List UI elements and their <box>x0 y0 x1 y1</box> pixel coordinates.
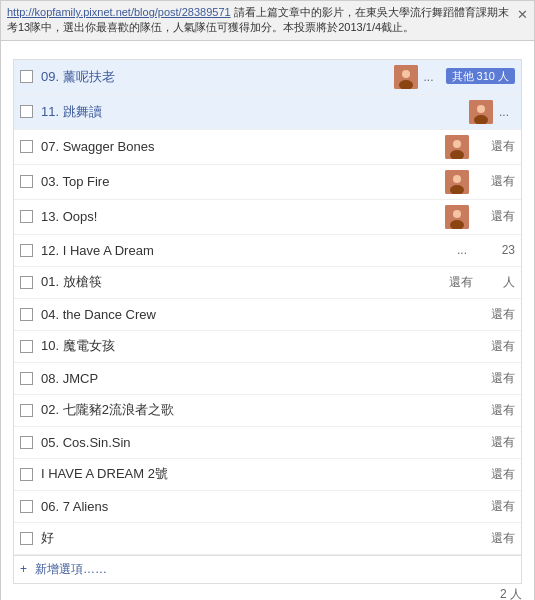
add-option-icon: + <box>20 562 27 576</box>
poll-item-right: 還有 <box>475 498 515 515</box>
poll-item-right: ...其他 310 人 <box>394 65 515 89</box>
poll-item-label: I HAVE A DREAM 2號 <box>41 465 475 483</box>
vote-person-suffix: 人 <box>475 274 515 291</box>
poll-item: 05. Cos.Sin.Sin還有 <box>14 427 521 459</box>
close-icon[interactable]: ✕ <box>517 7 528 22</box>
vote-info: 還有 <box>475 370 515 387</box>
avatar <box>445 135 469 159</box>
poll-checkbox[interactable] <box>20 436 33 449</box>
vote-info: 還有 <box>475 402 515 419</box>
poll-item: 好還有 <box>14 523 521 555</box>
poll-list: 09. 薰呢扶老 ...其他 310 人11. 跳舞讀 ...07. Swagg… <box>13 59 522 584</box>
vote-info: 還有 <box>475 530 515 547</box>
poll-item: I HAVE A DREAM 2號還有 <box>14 459 521 491</box>
poll-item-right: 還有 <box>475 466 515 483</box>
avatar <box>394 65 418 89</box>
poll-item: 04. the Dance Crew還有 <box>14 299 521 331</box>
poll-item-label: 09. 薰呢扶老 <box>41 68 394 86</box>
poll-item: 10. 魔電女孩還有 <box>14 331 521 363</box>
more-options-button[interactable]: ... <box>424 70 434 84</box>
poll-item-label: 08. JMCP <box>41 371 475 386</box>
avatar <box>469 100 493 124</box>
poll-item: 13. Oops! 還有 <box>14 200 521 235</box>
poll-item: 12. I Have A Dream...23 <box>14 235 521 267</box>
svg-point-4 <box>477 105 485 113</box>
poll-checkbox[interactable] <box>20 105 33 118</box>
poll-item: 09. 薰呢扶老 ...其他 310 人 <box>14 60 521 95</box>
poll-item-right: ...23 <box>457 243 515 257</box>
poll-item-label: 01. 放槍筷 <box>41 273 433 291</box>
poll-item-label: 07. Swagger Bones <box>41 139 445 154</box>
url-text: http://kopfamily.pixnet.net/blog/post/28… <box>7 5 513 36</box>
poll-item: 03. Top Fire 還有 <box>14 165 521 200</box>
vote-info: 還有 <box>475 466 515 483</box>
poll-item-label: 好 <box>41 529 475 547</box>
poll-item-label: 04. the Dance Crew <box>41 307 475 322</box>
poll-checkbox[interactable] <box>20 500 33 513</box>
poll-item-right: 還有 <box>475 306 515 323</box>
poll-item-right: 還有 <box>475 434 515 451</box>
poll-item-label: 12. I Have A Dream <box>41 243 457 258</box>
vote-badge: 其他 310 人 <box>446 68 515 84</box>
vote-info: 還有 <box>475 138 515 155</box>
poll-item-label: 11. 跳舞讀 <box>41 103 469 121</box>
poll-item-right: 還有 <box>475 338 515 355</box>
poll-item-label: 03. Top Fire <box>41 174 445 189</box>
poll-checkbox[interactable] <box>20 532 33 545</box>
poll-checkbox[interactable] <box>20 340 33 353</box>
svg-point-13 <box>453 210 461 218</box>
poll-checkbox[interactable] <box>20 210 33 223</box>
poll-item-right: 還有 <box>475 402 515 419</box>
poll-checkbox[interactable] <box>20 308 33 321</box>
vote-info: 還有 <box>475 173 515 190</box>
poll-item: 07. Swagger Bones 還有 <box>14 130 521 165</box>
svg-point-10 <box>453 175 461 183</box>
poll-checkbox[interactable] <box>20 468 33 481</box>
poll-item: 08. JMCP還有 <box>14 363 521 395</box>
poll-item-label: 06. 7 Aliens <box>41 499 475 514</box>
vote-info: 其他 310 人 <box>442 69 515 84</box>
poll-item: 06. 7 Aliens還有 <box>14 491 521 523</box>
poll-item: 11. 跳舞讀 ... <box>14 95 521 130</box>
poll-checkbox[interactable] <box>20 276 33 289</box>
vote-info: 還有 <box>475 306 515 323</box>
poll-checkbox[interactable] <box>20 404 33 417</box>
more-options-button[interactable]: ... <box>457 243 467 257</box>
vote-info: 還有 <box>475 498 515 515</box>
poll-item-right: 還有 <box>445 135 515 159</box>
main-window: http://kopfamily.pixnet.net/blog/post/28… <box>0 0 535 600</box>
poll-item-right: 還有 <box>445 205 515 229</box>
poll-item-label: 10. 魔電女孩 <box>41 337 475 355</box>
poll-item-right: 還有 <box>475 370 515 387</box>
poll-content: 09. 薰呢扶老 ...其他 310 人11. 跳舞讀 ...07. Swagg… <box>1 41 534 600</box>
poll-item: 02. 七隴豬2流浪者之歌還有 <box>14 395 521 427</box>
add-vote-count: 2 人 <box>500 586 522 600</box>
vote-info: 還有 <box>433 274 473 291</box>
poll-checkbox[interactable] <box>20 175 33 188</box>
vote-info: 還有 <box>475 338 515 355</box>
url-bar: http://kopfamily.pixnet.net/blog/post/28… <box>1 1 534 41</box>
poll-item-label: 05. Cos.Sin.Sin <box>41 435 475 450</box>
avatar <box>445 205 469 229</box>
poll-item-right: 還有人 <box>433 274 515 291</box>
poll-checkbox[interactable] <box>20 244 33 257</box>
svg-point-7 <box>453 140 461 148</box>
add-option-row[interactable]: + 新增選項…… <box>14 555 521 583</box>
vote-info: 還有 <box>475 208 515 225</box>
poll-item-label: 13. Oops! <box>41 209 445 224</box>
avatar <box>445 170 469 194</box>
vote-info: 23 <box>475 243 515 257</box>
poll-item-label: 02. 七隴豬2流浪者之歌 <box>41 401 475 419</box>
poll-checkbox[interactable] <box>20 140 33 153</box>
poll-item: 01. 放槍筷還有人 <box>14 267 521 299</box>
vote-info: 還有 <box>475 434 515 451</box>
poll-item-right: 還有 <box>475 530 515 547</box>
poll-item-right: ... <box>469 100 515 124</box>
more-options-button[interactable]: ... <box>499 105 509 119</box>
add-option-label: 新增選項…… <box>35 561 107 578</box>
url-link[interactable]: http://kopfamily.pixnet.net/blog/post/28… <box>7 6 231 18</box>
poll-checkbox[interactable] <box>20 70 33 83</box>
poll-item-right: 還有 <box>445 170 515 194</box>
svg-point-1 <box>402 70 410 78</box>
poll-checkbox[interactable] <box>20 372 33 385</box>
